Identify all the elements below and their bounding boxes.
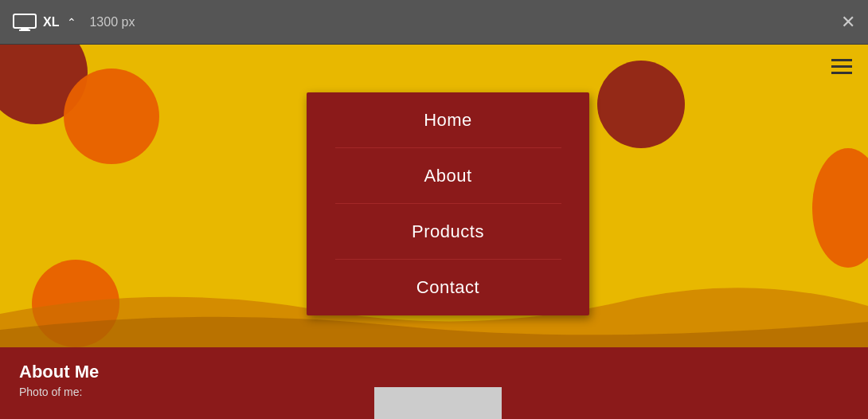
svg-rect-0 [14, 14, 36, 28]
menu-item-contact[interactable]: Contact [307, 260, 589, 315]
preview-area: Home About Products Contact About Me Pho… [0, 45, 868, 419]
circle-dark-red-top-right [597, 61, 685, 148]
menu-item-about[interactable]: About [307, 148, 589, 204]
hamburger-line-2 [831, 65, 852, 68]
breakpoint-label[interactable]: XL [43, 15, 59, 29]
hamburger-line-3 [831, 72, 852, 74]
dropdown-menu: Home About Products Contact [307, 92, 589, 315]
photo-placeholder [374, 387, 502, 419]
hamburger-line-1 [831, 59, 852, 61]
about-title: About Me [19, 362, 849, 382]
toolbar: XL ⌃ 1300 px ✕ [0, 0, 868, 45]
monitor-icon [13, 14, 37, 31]
about-section: About Me Photo of me: [0, 347, 868, 419]
menu-item-products[interactable]: Products [307, 204, 589, 260]
chevron-down-icon[interactable]: ⌃ [67, 16, 76, 29]
close-button[interactable]: ✕ [841, 14, 855, 31]
menu-item-home[interactable]: Home [307, 92, 589, 148]
hamburger-menu[interactable] [831, 59, 852, 74]
width-label: 1300 px [89, 15, 135, 29]
svg-rect-1 [21, 28, 29, 29]
toolbar-left: XL ⌃ 1300 px [13, 14, 135, 31]
circle-orange-top-left [64, 69, 159, 164]
svg-rect-2 [19, 29, 30, 31]
